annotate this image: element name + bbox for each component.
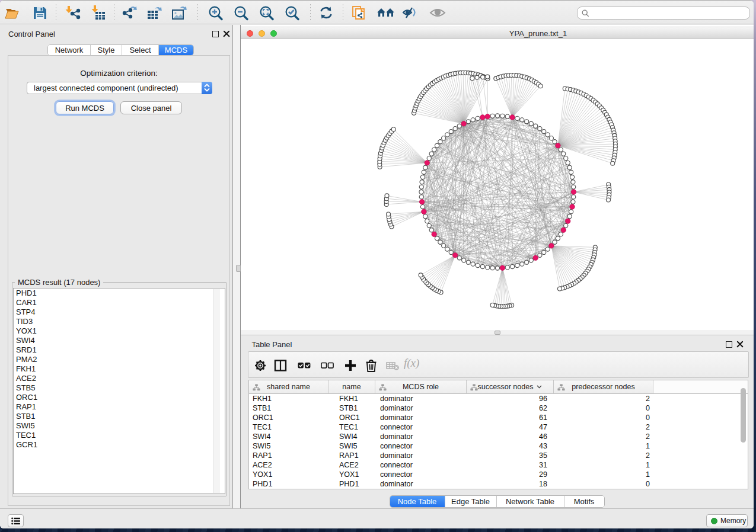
- select-all-columns-button[interactable]: [297, 358, 311, 373]
- result-list-item[interactable]: SRD1: [14, 345, 225, 355]
- table-row[interactable]: ORC1ORC1dominator610: [249, 413, 748, 422]
- column-header-label: name: [342, 383, 361, 391]
- run-mcds-button[interactable]: Run MCDS: [56, 101, 114, 114]
- tab-network-table[interactable]: Network Table: [497, 496, 564, 507]
- tab-node-table[interactable]: Node Table: [390, 496, 445, 507]
- cell-MCDS-role: connector: [375, 422, 467, 432]
- result-list-item[interactable]: RAP1: [14, 402, 225, 412]
- import-table-button[interactable]: [90, 5, 106, 21]
- apply-layout-button[interactable]: [318, 5, 334, 21]
- window-zoom-button[interactable]: [270, 30, 277, 37]
- result-list-item[interactable]: FKH1: [14, 364, 225, 374]
- mcds-result-list[interactable]: PHD1CAR1STP4TID3YOX1SWI4SRD1PMA2FKH1ACE2…: [13, 288, 225, 494]
- import-network-button[interactable]: [65, 5, 81, 21]
- search-input[interactable]: [589, 9, 749, 17]
- tab-motifs[interactable]: Motifs: [564, 496, 604, 507]
- save-session-button[interactable]: [31, 5, 48, 21]
- cell-MCDS-role: connector: [375, 470, 467, 479]
- cell-MCDS-role: dominator: [375, 432, 467, 441]
- cell-name: STB1: [328, 403, 375, 413]
- table-row[interactable]: FKH1FKH1dominator962: [249, 394, 748, 403]
- show-all-button[interactable]: [429, 5, 446, 21]
- tab-edge-table[interactable]: Edge Table: [445, 496, 497, 507]
- criterion-select[interactable]: largest connected component (undirected): [27, 82, 212, 94]
- export-image-button[interactable]: [171, 5, 188, 21]
- search-field[interactable]: [577, 7, 750, 20]
- zoom-in-button[interactable]: [208, 5, 224, 21]
- import-table-icon: [90, 5, 106, 21]
- result-list-item[interactable]: ORC1: [14, 393, 225, 402]
- column-header-MCDS-role[interactable]: MCDS role: [375, 380, 467, 394]
- close-panel-icon[interactable]: [223, 30, 230, 37]
- float-table-panel-icon[interactable]: [726, 341, 732, 348]
- column-header-predecessor-nodes[interactable]: predecessor nodes: [554, 380, 653, 394]
- delete-table-button[interactable]: [385, 358, 400, 373]
- table-row[interactable]: SWI4SWI4dominator462: [249, 432, 748, 441]
- zoom-selected-button[interactable]: [284, 5, 301, 21]
- vertical-split-handle[interactable]: [236, 265, 241, 272]
- result-list-scrollbar[interactable]: [213, 289, 220, 493]
- create-new-column-button[interactable]: [343, 358, 358, 373]
- table-row[interactable]: RAP1RAP1dominator352: [249, 451, 748, 460]
- zoom-fit-button[interactable]: [259, 5, 275, 21]
- show-panels-button[interactable]: [8, 514, 24, 527]
- memory-button[interactable]: Memory: [706, 514, 748, 527]
- table-row[interactable]: ACE2ACE2connector311: [249, 460, 748, 470]
- column-header-name[interactable]: name: [328, 380, 375, 394]
- horizontal-split-divider[interactable]: [241, 330, 754, 335]
- delete-columns-button[interactable]: [364, 358, 378, 373]
- function-builder-button[interactable]: f(x): [404, 357, 419, 370]
- result-list-item[interactable]: STB5: [14, 383, 225, 393]
- result-list-item[interactable]: PHD1: [14, 289, 225, 298]
- tab-style[interactable]: Style: [91, 45, 122, 55]
- zoom-out-button[interactable]: [233, 5, 250, 21]
- horizontal-split-handle[interactable]: [495, 331, 500, 335]
- tab-select[interactable]: Select: [122, 45, 159, 55]
- window-close-button[interactable]: [247, 30, 253, 37]
- hide-selected-button[interactable]: [402, 5, 419, 21]
- window-minimize-button[interactable]: [259, 30, 265, 37]
- result-list-item[interactable]: GCR1: [14, 440, 225, 450]
- result-list-item[interactable]: SWI5: [14, 421, 225, 431]
- close-panel-button[interactable]: Close panel: [120, 101, 182, 114]
- new-network-from-selection-button[interactable]: [351, 5, 368, 21]
- float-panel-icon[interactable]: [212, 31, 219, 37]
- cell-shared-name: FKH1: [249, 394, 328, 403]
- tab-network[interactable]: Network: [48, 45, 91, 55]
- column-header-successor-nodes[interactable]: successor nodes: [467, 380, 554, 394]
- result-list-item[interactable]: STP4: [14, 307, 225, 317]
- result-list-item[interactable]: STB1: [14, 412, 225, 421]
- table-panel-tabs: Node TableEdge TableNetwork TableMotifs: [390, 495, 605, 508]
- export-table-button[interactable]: [146, 5, 163, 21]
- table-row[interactable]: TEC1TEC1connector472: [249, 422, 748, 432]
- table-row[interactable]: YOX1YOX1connector291: [249, 470, 748, 479]
- result-list-item[interactable]: SWI4: [14, 336, 225, 345]
- toolbar-separator: [56, 4, 56, 21]
- show-column-button[interactable]: [273, 358, 288, 373]
- table-row[interactable]: SWI5SWI5connector431: [249, 441, 748, 451]
- result-list-item[interactable]: TEC1: [14, 431, 225, 440]
- refresh-icon: [318, 5, 334, 21]
- table-row[interactable]: STB1STB1dominator620: [249, 403, 748, 413]
- close-table-panel-icon[interactable]: [736, 341, 744, 348]
- table-row[interactable]: PHD1PHD1dominator180: [249, 479, 748, 489]
- export-network-button[interactable]: [121, 5, 138, 21]
- vertical-split-divider[interactable]: [232, 25, 241, 508]
- open-file-button[interactable]: [4, 5, 21, 21]
- tab-mcds[interactable]: MCDS: [159, 45, 193, 55]
- result-list-item[interactable]: YOX1: [14, 326, 225, 336]
- table-options-button[interactable]: [253, 358, 267, 373]
- network-canvas[interactable]: [241, 39, 754, 330]
- column-header-shared-name[interactable]: shared name: [249, 380, 328, 394]
- result-list-item[interactable]: PMA2: [14, 355, 225, 364]
- unselect-all-columns-button[interactable]: [320, 358, 334, 373]
- cell-MCDS-role: connector: [375, 441, 467, 451]
- result-list-item[interactable]: CAR1: [14, 298, 225, 307]
- cell-name: SWI4: [328, 432, 375, 441]
- table-scrollbar-thumb[interactable]: [741, 388, 746, 443]
- cell-predecessor-nodes: 1: [554, 470, 653, 479]
- result-list-item[interactable]: ACE2: [14, 374, 225, 383]
- cell-shared-name: RAP1: [249, 451, 328, 460]
- result-list-item[interactable]: TID3: [14, 317, 225, 326]
- first-neighbors-button[interactable]: [377, 5, 395, 21]
